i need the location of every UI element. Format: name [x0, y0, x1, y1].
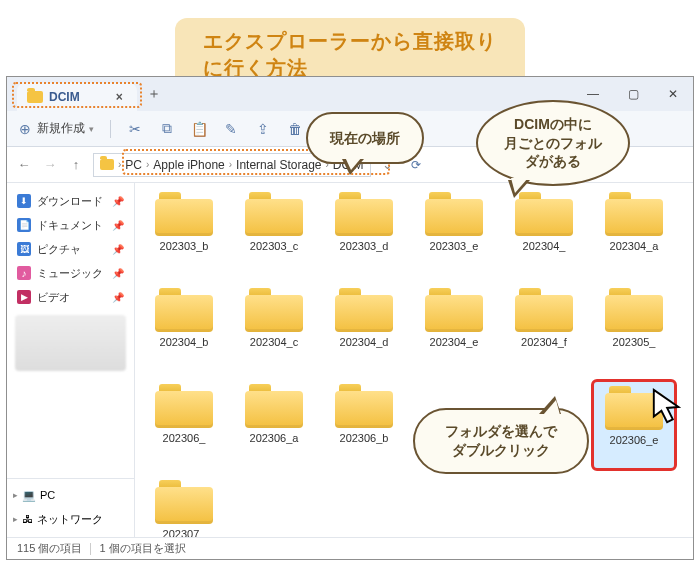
folder-label: 202304_	[523, 240, 566, 252]
callout-tail	[539, 396, 561, 414]
sidebar: ⬇ ダウンロード 📌 📄 ドキュメント 📌 🖼 ピクチャ 📌 ♪ ミュージック …	[7, 183, 135, 537]
sidebar-tree-network[interactable]: ▸ 🖧 ネットワーク	[7, 507, 134, 531]
back-button[interactable]: ←	[15, 157, 33, 172]
sidebar-item-label: ドキュメント	[37, 218, 103, 233]
sidebar-item-label: ミュージック	[37, 266, 103, 281]
maximize-button[interactable]: ▢	[613, 77, 653, 111]
folder-item[interactable]: 202306_b	[321, 379, 407, 471]
up-button[interactable]: ↑	[67, 157, 85, 172]
folder-item[interactable]: 202303_e	[411, 187, 497, 279]
folder-item[interactable]: 202304_b	[141, 283, 227, 375]
folder-icon	[335, 192, 393, 236]
rename-icon[interactable]: ✎	[223, 121, 239, 137]
tab-dcim[interactable]: DCIM ×	[17, 83, 137, 111]
breadcrumb-label[interactable]: Apple iPhone	[153, 158, 224, 172]
folder-icon	[27, 91, 43, 103]
folder-item[interactable]: 202303_d	[321, 187, 407, 279]
breadcrumb-seg: Internal Storage›	[236, 158, 329, 172]
tab-close-icon[interactable]: ×	[116, 90, 123, 104]
sidebar-item-documents[interactable]: 📄 ドキュメント 📌	[7, 213, 134, 237]
folder-item[interactable]: 202303_c	[231, 187, 317, 279]
new-button-label: 新規作成	[37, 120, 85, 137]
folder-icon	[605, 192, 663, 236]
folder-item[interactable]: 202306_e	[591, 379, 677, 471]
sidebar-item-label: PC	[40, 489, 55, 501]
folder-item[interactable]: 202306_	[141, 379, 227, 471]
breadcrumb-label[interactable]: PC	[125, 158, 142, 172]
delete-icon[interactable]: 🗑	[287, 121, 303, 137]
folder-icon	[245, 288, 303, 332]
cut-icon[interactable]: ✂	[127, 121, 143, 137]
music-icon: ♪	[17, 266, 31, 280]
callout-current-location: 現在の場所	[306, 112, 424, 164]
chevron-right-icon: ›	[146, 159, 149, 170]
picture-icon: 🖼	[17, 242, 31, 256]
plus-circle-icon: ⊕	[17, 121, 33, 137]
folder-icon	[605, 386, 663, 430]
folder-label: 202304_b	[160, 336, 209, 348]
tree-expand-icon[interactable]: ▸	[13, 514, 18, 524]
pin-icon: 📌	[112, 196, 124, 207]
folder-item[interactable]: 202304_	[501, 187, 587, 279]
folder-label: 202304_e	[430, 336, 479, 348]
folder-label: 202306_b	[340, 432, 389, 444]
pin-icon: 📌	[112, 244, 124, 255]
folder-item[interactable]: 202304_d	[321, 283, 407, 375]
download-icon: ⬇	[17, 194, 31, 208]
folder-label: 202304_a	[610, 240, 659, 252]
sidebar-item-videos[interactable]: ▶ ビデオ 📌	[7, 285, 134, 309]
breadcrumb-seg: PC›	[125, 158, 149, 172]
folder-label: 202305_	[613, 336, 656, 348]
folder-item[interactable]: 202305_	[591, 283, 677, 375]
folder-icon	[425, 192, 483, 236]
folder-item[interactable]: 202304_c	[231, 283, 317, 375]
folder-label: 202307_	[163, 528, 206, 537]
sidebar-item-downloads[interactable]: ⬇ ダウンロード 📌	[7, 189, 134, 213]
status-bar: 115 個の項目 1 個の項目を選択	[7, 537, 693, 559]
new-button[interactable]: ⊕ 新規作成 ▾	[17, 120, 94, 137]
sidebar-tree-pc[interactable]: ▸ 💻 PC	[7, 483, 134, 507]
share-icon[interactable]: ⇪	[255, 121, 271, 137]
callout-double-click: フォルダを選んで ダブルクリック	[413, 408, 589, 474]
folder-label: 202303_b	[160, 240, 209, 252]
folder-icon	[605, 288, 663, 332]
chevron-right-icon: ›	[118, 159, 121, 170]
document-icon: 📄	[17, 218, 31, 232]
sidebar-item-label: ビデオ	[37, 290, 70, 305]
folder-icon	[425, 288, 483, 332]
folder-label: 202304_d	[340, 336, 389, 348]
pin-icon: 📌	[112, 268, 124, 279]
sidebar-item-music[interactable]: ♪ ミュージック 📌	[7, 261, 134, 285]
folder-icon	[335, 288, 393, 332]
folder-icon	[155, 480, 213, 524]
file-pane[interactable]: 202303_b202303_c202303_d202303_e202304_2…	[135, 183, 693, 537]
tree-expand-icon[interactable]: ▸	[13, 490, 18, 500]
pin-icon: 📌	[112, 220, 124, 231]
folder-icon	[245, 384, 303, 428]
paste-icon[interactable]: 📋	[191, 121, 207, 137]
folder-item[interactable]: 202304_f	[501, 283, 587, 375]
copy-icon[interactable]: ⧉	[159, 121, 175, 137]
folder-item[interactable]: 202303_b	[141, 187, 227, 279]
callout-text: フォルダを選んで ダブルクリック	[445, 422, 557, 460]
folder-label: 202304_f	[521, 336, 567, 348]
sidebar-item-pictures[interactable]: 🖼 ピクチャ 📌	[7, 237, 134, 261]
folder-icon	[515, 288, 573, 332]
breadcrumb-label[interactable]: Internal Storage	[236, 158, 321, 172]
folder-icon	[155, 192, 213, 236]
folder-icon	[335, 384, 393, 428]
folder-item[interactable]: 202306_a	[231, 379, 317, 471]
sidebar-item-label: ネットワーク	[37, 512, 103, 527]
folder-icon	[155, 384, 213, 428]
new-tab-button[interactable]: ＋	[147, 85, 161, 103]
close-button[interactable]: ✕	[653, 77, 693, 111]
body: ⬇ ダウンロード 📌 📄 ドキュメント 📌 🖼 ピクチャ 📌 ♪ ミュージック …	[7, 183, 693, 537]
sidebar-blurred-area	[15, 315, 126, 371]
breadcrumb-seg: Apple iPhone›	[153, 158, 232, 172]
folder-item[interactable]: 202307_	[141, 475, 227, 537]
forward-button[interactable]: →	[41, 157, 59, 172]
callout-text: 現在の場所	[330, 129, 400, 148]
folder-item[interactable]: 202304_a	[591, 187, 677, 279]
folder-item[interactable]: 202304_e	[411, 283, 497, 375]
status-selection: 1 個の項目を選択	[99, 541, 185, 556]
